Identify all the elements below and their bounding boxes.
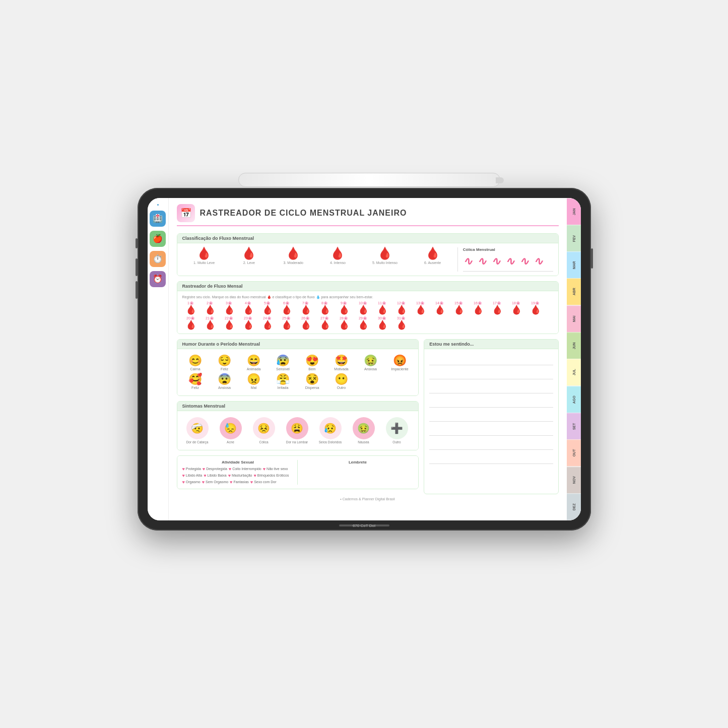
mood-item-1[interactable]: 😌 Feliz	[212, 355, 238, 371]
symptom-item-0[interactable]: 🤕 Dor de Cabeça	[182, 417, 213, 444]
pad-small-25: 🩸	[281, 320, 292, 329]
mood-item-7[interactable]: 😡 Impaciente	[387, 355, 413, 371]
activity-item-3[interactable]: ♥ Não tive sexo	[263, 467, 288, 472]
mood-emoji-4: 😍	[305, 355, 319, 366]
activity-item-6[interactable]: ♥ Masturbação	[228, 473, 252, 478]
day-cell-15[interactable]: 15🌸 🩸	[450, 301, 468, 314]
pad-icon-2: 🩸	[241, 247, 256, 259]
mood-item-2[interactable]: 😄 Animada	[241, 355, 267, 371]
activity-item-4[interactable]: ♥ Libido Alta	[182, 473, 203, 478]
activity-item-1[interactable]: ♥ Desprotegida	[203, 467, 227, 472]
tab-jan[interactable]: JAN	[567, 198, 581, 225]
tab-out[interactable]: OUT	[567, 439, 581, 466]
main-content: 📅 RASTREADOR DE CICLO MENSTRUAL JANEIRO …	[169, 198, 567, 520]
tab-abr[interactable]: ABR	[567, 278, 581, 305]
reminder-title: Lembrete	[302, 460, 413, 465]
day-cell-18[interactable]: 18🌸 🩸	[508, 301, 525, 314]
symptom-item-4[interactable]: 😥 Seios Doloridos	[315, 417, 346, 444]
classification-header: Classificação do Fluxo Menstrual	[177, 234, 558, 243]
day-cell-17[interactable]: 17🌸 🩸	[489, 301, 506, 314]
activity-item-5[interactable]: ♥ Libido Baixa	[204, 473, 226, 478]
day-cell-30[interactable]: 30🌸 🩸	[374, 316, 391, 329]
sidebar-icon-timer[interactable]: ⏱️	[150, 251, 166, 267]
day-cell-21[interactable]: 21🌸 🩸	[202, 316, 219, 329]
day-cell-7[interactable]: 7🌸 🩸	[297, 301, 314, 314]
activity-item-7[interactable]: ♥ Brinquedos Eróticos	[253, 473, 289, 478]
mood-item-10[interactable]: 😠 Mal	[241, 374, 267, 389]
day-cell-31[interactable]: 31🌸 🩸	[393, 316, 410, 329]
tab-fev[interactable]: FEV	[567, 225, 581, 251]
day-cell-19[interactable]: 19🌸 🩸	[527, 301, 544, 314]
day-cell-2[interactable]: 2🌸 🩸	[202, 301, 219, 314]
activity-item-10[interactable]: ♥ Fantasias	[230, 480, 249, 485]
tab-jun[interactable]: JUN	[567, 332, 581, 359]
day-cell-25[interactable]: 25🌸 🩸	[278, 316, 295, 329]
activity-item-9[interactable]: ♥ Sem Orgasmo	[202, 480, 228, 485]
tab-nov[interactable]: NOV	[567, 467, 581, 493]
symptom-circle-0: 🤕	[186, 417, 209, 439]
day-cell-11[interactable]: 11🌸 🩸	[374, 301, 391, 314]
day-cell-16[interactable]: 16🌸 🩸	[470, 301, 487, 314]
day-cell-8[interactable]: 8🌸 🩸	[316, 301, 334, 314]
day-cell-23[interactable]: 23🌸 🩸	[240, 316, 257, 329]
tab-set[interactable]: SET	[567, 413, 581, 439]
tab-ago[interactable]: AGO	[567, 386, 581, 413]
mood-item-3[interactable]: 😰 Sensível	[270, 355, 296, 371]
flow-tracker-header: Rastreador de Fluxo Mensal	[177, 282, 558, 291]
symptom-circle-5: 🤢	[353, 417, 375, 439]
pad-small-27: 🩸	[319, 320, 330, 329]
mood-label-9: Ansiosa	[218, 386, 231, 389]
mood-item-8[interactable]: 🥰 Feliz	[182, 374, 209, 389]
mood-item-6[interactable]: 🤢 Ansiosa	[358, 355, 384, 371]
day-cell-13[interactable]: 13🌸 🩸	[412, 301, 429, 314]
mood-emoji-11: 😤	[276, 374, 290, 385]
day-cell-4[interactable]: 4🌸 🩸	[240, 301, 257, 314]
day-cell-5[interactable]: 5🌸 🩸	[259, 301, 276, 314]
symptom-emoji-3: 😩	[291, 422, 303, 434]
symptom-emoji-6: ➕	[390, 422, 403, 434]
mood-item-0[interactable]: 😊 Calma	[182, 355, 209, 371]
mood-item-12[interactable]: 😵 Dispersa	[299, 374, 325, 389]
symptom-item-5[interactable]: 🤢 Náusea	[349, 417, 379, 444]
activity-item-11[interactable]: ♥ Sexo com Dor	[250, 480, 277, 485]
symptom-item-3[interactable]: 😩 Dor na Lombar	[282, 417, 312, 444]
sidebar-icon-health[interactable]: 🍎	[150, 231, 166, 247]
day-cell-1[interactable]: 1🌸 🩸	[182, 301, 200, 314]
symptom-item-1[interactable]: 😓 Acne	[216, 417, 246, 444]
symptom-item-2[interactable]: 😣 Cólica	[249, 417, 279, 444]
activity-item-8[interactable]: ♥ Orgasmo	[182, 480, 201, 485]
mood-item-11[interactable]: 😤 Irritada	[270, 374, 296, 389]
symptom-item-6[interactable]: ➕ Outro	[382, 417, 412, 444]
day-cell-9[interactable]: 9🌸 🩸	[336, 301, 353, 314]
symptom-grid: 🤕 Dor de Cabeça 😓 Acne 😣 Cólica 😩 Dor na…	[182, 415, 414, 446]
pad-icon-1: 🩸	[196, 247, 212, 259]
mood-item-5[interactable]: 🤩 Motivada	[328, 355, 355, 371]
mood-item-4[interactable]: 😍 Bem	[299, 355, 325, 371]
day-cell-10[interactable]: 10🌸 🩸	[355, 301, 372, 314]
day-cell-22[interactable]: 22🌸 🩸	[221, 316, 238, 329]
mood-item-9[interactable]: 😨 Ansiosa	[212, 374, 238, 389]
day-cell-27[interactable]: 27🌸 🩸	[316, 316, 334, 329]
sidebar-icon-medical[interactable]: 🏥	[150, 211, 166, 227]
pad-small-15: 🩸	[453, 305, 465, 314]
tab-mai[interactable]: MAI	[567, 305, 581, 332]
credit-text: • Cadernos & Planner Digital Brasil	[177, 497, 559, 501]
activity-item-0[interactable]: ♥ Protegida	[182, 467, 201, 472]
day-cell-28[interactable]: 28🌸 🩸	[336, 316, 353, 329]
day-cell-20[interactable]: 20🌸 🩸	[182, 316, 200, 329]
tab-dez[interactable]: DEZ	[567, 493, 581, 520]
day-cell-6[interactable]: 6🌸 🩸	[278, 301, 295, 314]
day-cell-12[interactable]: 12🌸 🩸	[393, 301, 410, 314]
pad-small-10: 🩸	[358, 305, 369, 314]
day-cell-14[interactable]: 14🌸 🩸	[431, 301, 448, 314]
mood-item-13[interactable]: 😶 Outro	[328, 374, 355, 389]
activity-item-2[interactable]: ♥ Coito Interrompido	[229, 467, 261, 472]
tab-jul[interactable]: JUL	[567, 359, 581, 385]
day-cell-24[interactable]: 24🌸 🩸	[259, 316, 276, 329]
tab-mar[interactable]: MAR	[567, 251, 581, 278]
sidebar-icon-alarm[interactable]: ⏰	[150, 271, 166, 287]
mood-emoji-13: 😶	[335, 374, 348, 385]
day-cell-3[interactable]: 3🌸 🩸	[221, 301, 238, 314]
day-cell-26[interactable]: 26🌸 🩸	[297, 316, 314, 329]
day-cell-29[interactable]: 29🌸 🩸	[355, 316, 372, 329]
